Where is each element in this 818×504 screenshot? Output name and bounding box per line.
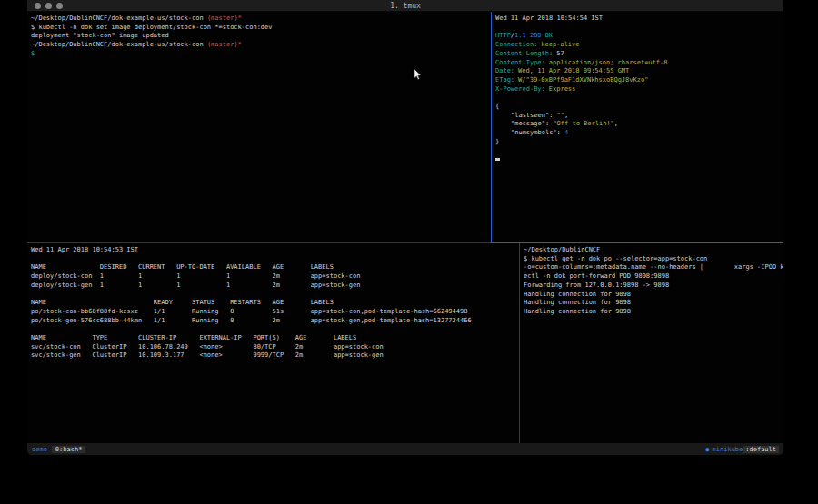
output-line: Handling connection for 9898 — [524, 291, 780, 300]
http-header-line: Date:Wed, 11 Apr 2018 09:54:55 GMT — [495, 67, 780, 76]
json-separator: : — [549, 112, 556, 119]
blank-line — [495, 24, 780, 33]
mouse-cursor — [414, 67, 422, 79]
http-protocol: HTTP — [495, 32, 511, 39]
prompt-cwd-line: ~/Desktop/DublinCNCF/dok-example-us/stoc… — [31, 41, 487, 50]
json-value: "Off to Berlin!" — [553, 120, 614, 127]
deployments-table: NAME DESIRED CURRENT UP-TO-DATE AVAILABL… — [31, 263, 515, 290]
json-value: "" — [557, 112, 564, 119]
minimize-button[interactable] — [45, 3, 52, 9]
blank-line — [495, 147, 780, 156]
blank-line — [31, 291, 515, 300]
status-bar-right: ●minikube:default — [705, 446, 779, 453]
cwd-path: ~/Desktop/DublinCNCF/dok-example-us/stoc… — [31, 41, 207, 48]
kube-context: minikube — [713, 446, 743, 453]
pane-bottom-left[interactable]: Wed 11 Apr 2018 10:54:53 IST NAME DESIRE… — [27, 243, 519, 443]
close-button[interactable] — [35, 3, 41, 9]
http-header-line: Connection:keep-alive — [495, 41, 780, 50]
json-close-brace: } — [495, 138, 780, 147]
http-version-code: 1.1 200 — [514, 32, 542, 39]
header-name: Connection: — [495, 41, 537, 48]
cwd-path: ~/Desktop/DublinCNCF/dok-example-us/stoc… — [31, 15, 207, 22]
mouse-cursor-arrow — [414, 69, 422, 81]
output-line: Handling connection for 9898 — [524, 299, 780, 308]
json-comma: , — [564, 112, 568, 119]
tmux-pane-area: ~/Desktop/DublinCNCF/dok-example-us/stoc… — [27, 12, 783, 443]
header-value: 57 — [556, 50, 564, 57]
header-value: application/json; charset=utf-8 — [549, 59, 668, 66]
services-table: NAME TYPE CLUSTER-IP EXTERNAL-IP PORT(S)… — [31, 334, 515, 361]
json-comma: , — [614, 120, 618, 127]
traffic-lights — [35, 3, 63, 9]
header-name: X-Powered-By: — [495, 85, 545, 93]
git-dirty-marker: * — [238, 41, 242, 48]
http-reason: OK — [545, 32, 553, 39]
window-tab[interactable]: 0:bash* — [52, 446, 86, 453]
pane-border-vertical-top[interactable] — [491, 12, 492, 242]
json-entry-line: "message": "Off to Berlin!", — [495, 120, 780, 129]
http-header-line: ETag:W/"39-0xBPf9aF1dXVNkhsxoBQgJ8vKzo" — [495, 76, 780, 85]
blank-line — [495, 94, 780, 103]
cursor-line — [495, 155, 780, 164]
http-header-line: X-Powered-By:Express — [495, 85, 780, 94]
prompt-cwd-line: ~/Desktop/DublinCNCF/dok-example-us/stoc… — [31, 15, 487, 24]
session-name: demo — [32, 446, 47, 453]
header-name: Content-Type: — [495, 59, 545, 66]
output-line: Forwarding from 127.0.0.1:9898 -> 9898 — [524, 282, 780, 291]
terminal-window: 1. tmux ~/Desktop/DublinCNCF/dok-example… — [27, 0, 783, 455]
pods-table: NAME READY STATUS RESTARTS AGE LABELS po… — [31, 299, 515, 325]
header-value: keep-alive — [541, 41, 579, 48]
git-branch: (master) — [207, 41, 238, 48]
json-value: 4 — [564, 129, 568, 136]
header-name: Content-Length: — [495, 50, 553, 57]
timestamp-line: Wed 11 Apr 2018 10:54:54 IST — [495, 15, 780, 24]
pane-top-left[interactable]: ~/Desktop/DublinCNCF/dok-example-us/stoc… — [27, 12, 491, 242]
tmux-status-bar: demo0:bash* ●minikube:default — [27, 443, 783, 455]
blank-line — [31, 255, 515, 264]
output-line: Handling connection for 9898 — [524, 308, 780, 317]
cwd-line: ~/Desktop/DublinCNCF — [524, 246, 780, 255]
command-line: $ kubectl -n dok set image deployment/st… — [31, 24, 487, 33]
json-entry-line: "numsymbols": 4 — [495, 129, 780, 138]
command-line-wrap: -o=custom-columns=:metadata.name --no-he… — [524, 263, 780, 272]
json-key: "message" — [511, 120, 545, 127]
git-dirty-marker: * — [238, 15, 242, 22]
zoom-button[interactable] — [56, 3, 63, 9]
window-title: 1. tmux — [27, 0, 783, 12]
header-value: Wed, 11 Apr 2018 09:54:55 GMT — [518, 67, 629, 74]
command-line-wrap: ectl -n dok port-forward POD 9898:9898 — [524, 272, 780, 282]
kube-namespace: :default — [743, 446, 779, 453]
json-separator: : — [557, 129, 564, 136]
terminal-cursor — [495, 158, 500, 161]
header-name: ETag: — [495, 76, 514, 84]
json-key: "lastseen" — [511, 112, 549, 119]
header-value: W/"39-0xBPf9aF1dXVNkhsxoBQgJ8vKzo" — [518, 76, 648, 84]
http-status-line: HTTP/1.1 200OK — [495, 32, 780, 41]
json-open-brace: { — [495, 103, 780, 112]
kubernetes-icon: ● — [705, 446, 709, 453]
http-header-line: Content-Length:57 — [495, 50, 780, 59]
timestamp-line: Wed 11 Apr 2018 10:54:53 IST — [31, 246, 515, 255]
git-branch: (master) — [207, 15, 238, 22]
http-header-line: Content-Type:application/json; charset=u… — [495, 59, 780, 68]
header-value: Express — [549, 85, 576, 93]
header-name: Date: — [495, 67, 514, 74]
blank-line — [31, 325, 515, 334]
window-titlebar: 1. tmux — [27, 0, 783, 12]
pane-bottom-right[interactable]: ~/Desktop/DublinCNCF $ kubectl get -n do… — [520, 243, 783, 443]
json-entry-line: "lastseen": "", — [495, 112, 780, 121]
json-key: "numsymbols" — [511, 129, 557, 136]
command-output-line: deployment "stock-con" image updated — [31, 32, 487, 41]
command-line: $ kubectl get -n dok po --selector=app=s… — [524, 255, 780, 264]
pane-top-right[interactable]: Wed 11 Apr 2018 10:54:54 IST HTTP/1.1 20… — [492, 12, 783, 242]
shell-prompt: $ — [31, 50, 487, 59]
status-bar-left: demo0:bash* — [32, 446, 85, 453]
